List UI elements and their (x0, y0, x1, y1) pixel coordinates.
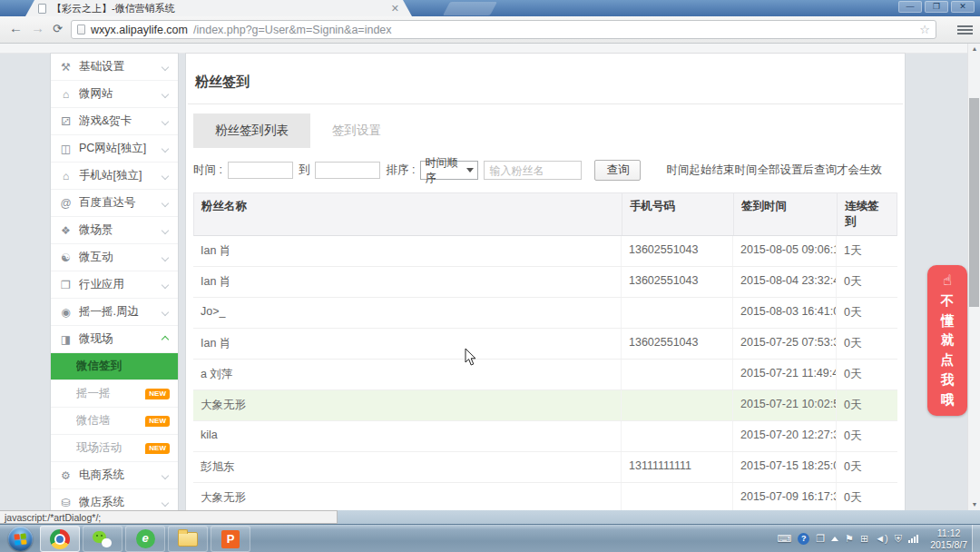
scroll-down-icon[interactable]: ▼ (968, 499, 980, 510)
sidebar-item[interactable]: ◉摇一摇.周边 (51, 299, 178, 326)
browser-titlebar: 【彩云之上】-微信营销系统 ✕ — ❐ ✕ (0, 0, 980, 16)
chrome-icon (50, 529, 70, 549)
sidebar-item[interactable]: ⚙电商系统 (51, 462, 178, 489)
page-scrollbar[interactable]: ▲ ▼ (967, 44, 980, 510)
sidebar-item[interactable]: ◨微现场 (51, 326, 178, 353)
windows-update-icon[interactable]: ⊞ (860, 534, 868, 544)
address-bar[interactable]: wxyx.alipaylife.com /index.php?g=User&m=… (71, 20, 936, 39)
minimize-button[interactable]: — (898, 1, 922, 13)
forward-icon[interactable]: → (31, 20, 44, 35)
chevron-down-icon (162, 253, 169, 261)
hand-click-icon: ☝ (943, 273, 952, 288)
sort-select-value: 时间顺序 (425, 155, 463, 186)
table-row[interactable]: Ian 肖136025510432015-07-25 07:53:370天 (193, 329, 897, 360)
sidebar-item[interactable]: ⚒基础设置 (51, 54, 178, 81)
sidebar-item-label: 基础设置 (79, 59, 156, 74)
taskbar-explorer-button[interactable] (168, 526, 208, 552)
fan-name-input[interactable] (484, 161, 582, 180)
column-header: 连续签到 (838, 193, 897, 235)
new-tab-button[interactable] (443, 2, 497, 15)
table-row[interactable]: 彭旭东131111111112015-07-15 18:25:000天 (193, 452, 897, 483)
url-path: /index.php?g=User&m=Signin&a=index (193, 24, 914, 36)
page-title: 粉丝签到 (186, 54, 905, 104)
sidebar-item-active[interactable]: 微信签到 (51, 353, 178, 380)
table-header-row: 粉丝名称手机号码签到时间连续签到 (193, 192, 897, 236)
sidebar-item[interactable]: ❖微场景 (51, 217, 178, 244)
help-float-button[interactable]: ☝ 不懂就点我哦 (927, 265, 967, 416)
scrollbar-thumb[interactable] (969, 98, 979, 307)
table-row[interactable]: 大象无形2015-07-21 10:02:590天 (193, 390, 897, 421)
fan-name: 彭旭东 (193, 452, 622, 482)
sort-select[interactable]: 时间顺序 (420, 161, 478, 180)
sidebar-item-label: 电商系统 (79, 468, 156, 483)
sidebar-item[interactable]: 摇一摇NEW (51, 380, 178, 408)
end-time-input[interactable] (315, 162, 380, 179)
back-icon[interactable]: ← (9, 20, 23, 35)
table-row[interactable]: kila2015-07-20 12:27:360天 (193, 421, 897, 452)
close-button[interactable]: ✕ (951, 1, 975, 13)
sidebar-item[interactable]: ☯微互动 (51, 244, 178, 271)
show-desktop-button[interactable] (972, 525, 980, 552)
hidden-icons-chevron-icon[interactable] (831, 537, 838, 541)
phone-number: 13602551043 (622, 267, 733, 297)
phone-number (622, 390, 733, 420)
table-row[interactable]: Ian 肖136025510432015-08-05 09:06:131天 (193, 236, 897, 267)
sidebar-item[interactable]: 现场活动NEW (51, 435, 178, 462)
start-time-input[interactable] (228, 162, 293, 179)
taskbar: e P ⌨ ? ❐ ⚑ ⊞ ◄) ⛨ 11:12 2015/8/7 (0, 524, 980, 552)
bookmark-star-icon[interactable]: ☆ (919, 23, 930, 36)
maximize-button[interactable]: ❐ (925, 1, 948, 13)
industry-icon: ❐ (59, 279, 73, 291)
table-row[interactable]: 大象无形2015-07-09 16:17:310天 (193, 483, 897, 514)
tab-fan-signin-list[interactable]: 粉丝签到列表 (193, 113, 310, 148)
sidebar-item[interactable]: ⌂微网站 (51, 81, 178, 108)
sidebar-item[interactable]: @百度直达号 (51, 190, 178, 217)
table-row[interactable]: Jo>_2015-08-03 16:41:070天 (193, 298, 897, 329)
browser-menu-icon[interactable] (957, 24, 973, 36)
network-signal-icon[interactable] (908, 535, 918, 543)
sidebar-item[interactable]: ⌂手机站[独立] (51, 163, 178, 190)
filter-bar: 时间 : 到 排序 : 时间顺序 查询 时间起始结束时间全部设置后查询才会生效 (193, 160, 897, 181)
mobile-site-icon: ⌂ (59, 170, 73, 182)
sidebar-item[interactable]: ⛁微店系统 (51, 489, 178, 510)
windows-popup-icon[interactable]: ❐ (816, 534, 825, 544)
table-row[interactable]: Ian 肖136025510432015-08-04 23:32:460天 (193, 267, 897, 298)
tools-icon: ⚒ (59, 61, 73, 74)
tab-close-icon[interactable]: ✕ (391, 4, 399, 14)
volume-icon[interactable]: ◄) (875, 534, 888, 544)
help-button-label-char: 就 (941, 330, 955, 350)
scroll-up-icon[interactable]: ▲ (968, 44, 980, 54)
sidebar-menu: ⚒基础设置⌂微网站⚂游戏&贺卡◫PC网站[独立]⌂手机站[独立]@百度直达号❖微… (51, 54, 178, 510)
chevron-down-icon (162, 226, 169, 233)
chevron-down-icon (162, 308, 169, 315)
browser-tab[interactable]: 【彩云之上】-微信营销系统 ✕ (25, 0, 412, 16)
search-button[interactable]: 查询 (594, 160, 641, 181)
sidebar-item[interactable]: ❐行业应用 (51, 271, 178, 299)
shake-icon: ◉ (59, 306, 73, 319)
streak-days: 0天 (837, 360, 897, 389)
taskbar-360browser-button[interactable]: e (125, 526, 165, 552)
page-top-strip (0, 44, 980, 54)
taskbar-clock[interactable]: 11:12 2015/8/7 (930, 527, 967, 551)
streak-days: 0天 (837, 421, 897, 451)
table-row[interactable]: a 刘萍2015-07-21 11:49:430天 (193, 360, 897, 390)
scene-icon: ❖ (59, 224, 73, 237)
security-icon[interactable]: ⛨ (895, 534, 902, 544)
tab-favicon-icon (38, 4, 46, 14)
sidebar-item[interactable]: ⚂游戏&贺卡 (51, 108, 178, 135)
start-button[interactable] (8, 527, 33, 551)
streak-days: 0天 (837, 390, 897, 420)
taskbar-wechat-button[interactable] (83, 526, 122, 552)
phone-number: 13111111111 (622, 452, 733, 482)
tab-signin-settings[interactable]: 签到设置 (310, 113, 403, 148)
sidebar-item[interactable]: ◫PC网站[独立] (51, 135, 178, 163)
sidebar-item[interactable]: 微信墙NEW (51, 408, 178, 435)
action-center-flag-icon[interactable]: ⚑ (845, 534, 854, 544)
home-icon: ⌂ (59, 88, 73, 101)
taskbar-wps-button[interactable]: P (211, 526, 250, 552)
reload-icon[interactable]: ⟳ (53, 22, 63, 35)
new-badge: NEW (145, 443, 170, 454)
keyboard-icon[interactable]: ⌨ (777, 534, 791, 544)
taskbar-chrome-button[interactable] (40, 526, 80, 552)
help-tray-icon[interactable]: ? (798, 533, 809, 545)
